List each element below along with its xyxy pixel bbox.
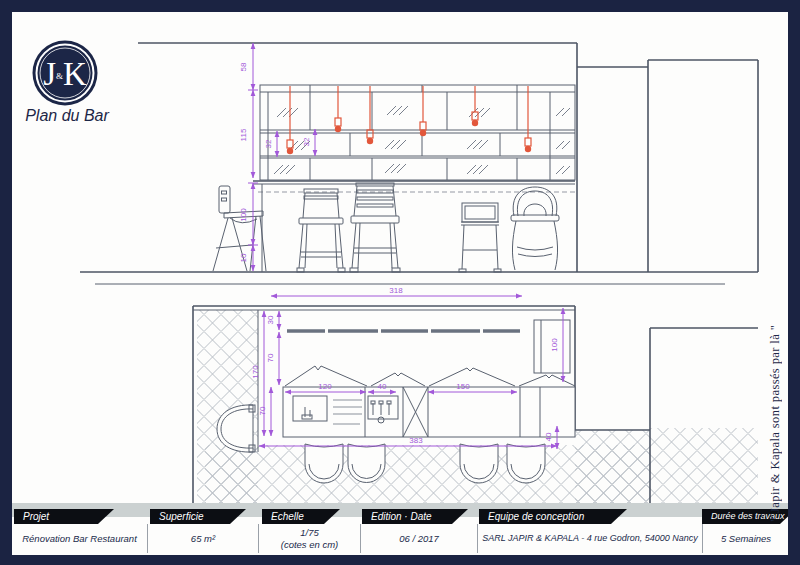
projet-value: Rénovation Bar Restaurant: [22, 533, 137, 545]
header-echelle: Echelle: [262, 509, 340, 524]
plan-view: 318 30 70 170 70 120 40 150 100: [193, 286, 758, 503]
dimension-label: 70: [266, 353, 275, 362]
dimension-label: 318: [389, 286, 403, 295]
header-edition-date: Edition · Date: [362, 509, 468, 524]
dimension-label: 58: [239, 62, 248, 71]
value-edition-date: 06 / 2017: [360, 524, 477, 553]
stool-plan: [507, 444, 545, 483]
header-superficie: Superficie: [150, 509, 246, 524]
dimension-label: 40: [378, 382, 387, 391]
dimension-label: 383: [409, 436, 423, 445]
dimension-label: 32: [302, 137, 311, 146]
dimension-label: 170: [251, 365, 260, 379]
bar-stool-elevation-2: [297, 189, 345, 272]
dimension-label: 115: [239, 128, 248, 141]
signature-quote: " Japir & Kapala sont passés par là ": [768, 350, 783, 522]
pendant-light: [525, 86, 531, 152]
duree-value: 5 Semaines: [721, 533, 771, 545]
bar-plan-page: J&K Plan du Bar: [0, 0, 800, 565]
value-projet: Rénovation Bar Restaurant: [12, 524, 147, 553]
dimension-label: 100: [239, 208, 248, 222]
pendant-light: [420, 86, 426, 136]
dimension-label: 30: [266, 315, 275, 324]
dimension-label: 32: [264, 139, 273, 148]
bar-stool-elevation-5: [511, 187, 559, 270]
equipe-value: SARL JAPIR & KAPALA - 4 rue Godron, 5400…: [482, 533, 697, 544]
bar-counter-plan: [283, 387, 575, 437]
bar-stool-elevation-4: [459, 203, 501, 272]
pendant-light: [335, 86, 341, 132]
stool-plan: [305, 444, 343, 483]
bar-stool-elevation-3: [350, 183, 400, 272]
stool-plan: [348, 444, 385, 483]
title-block: Projet Superficie Echelle Edition · Date…: [12, 503, 788, 555]
value-echelle: 1/75(cotes en cm): [258, 524, 360, 553]
pendant-light: [287, 86, 293, 154]
dimension-label: 70: [258, 406, 267, 415]
value-superficie: 65 m²: [147, 524, 258, 553]
technical-drawing: 58 115 100 10 32 32: [12, 12, 788, 503]
header-projet: Projet: [14, 509, 114, 524]
dimension-label: 150: [456, 382, 470, 391]
dimension-label: 100: [550, 338, 559, 352]
dimension-label: 120: [318, 382, 332, 391]
edition-date-value: 06 / 2017: [399, 533, 439, 545]
superficie-value: 65 m²: [191, 533, 215, 545]
header-equipe: Equipe de conception: [479, 509, 627, 524]
drawing-sheet: J&K Plan du Bar: [12, 12, 788, 555]
value-equipe: SARL JAPIR & KAPALA - 4 rue Godron, 5400…: [477, 524, 702, 553]
dimension-label: 10: [239, 253, 248, 262]
elevation-dimensions: 58 115 100 10 32 32: [239, 43, 315, 271]
echelle-value: 1/75: [300, 527, 319, 539]
dimension-label: 40: [544, 432, 553, 441]
value-duree: 5 Semaines: [702, 524, 788, 553]
pendant-lights: [287, 86, 531, 154]
elevation-view: 58 115 100 10 32 32: [80, 43, 758, 284]
echelle-unit-note: (cotes en cm): [281, 539, 339, 551]
stool-plan: [460, 444, 498, 483]
